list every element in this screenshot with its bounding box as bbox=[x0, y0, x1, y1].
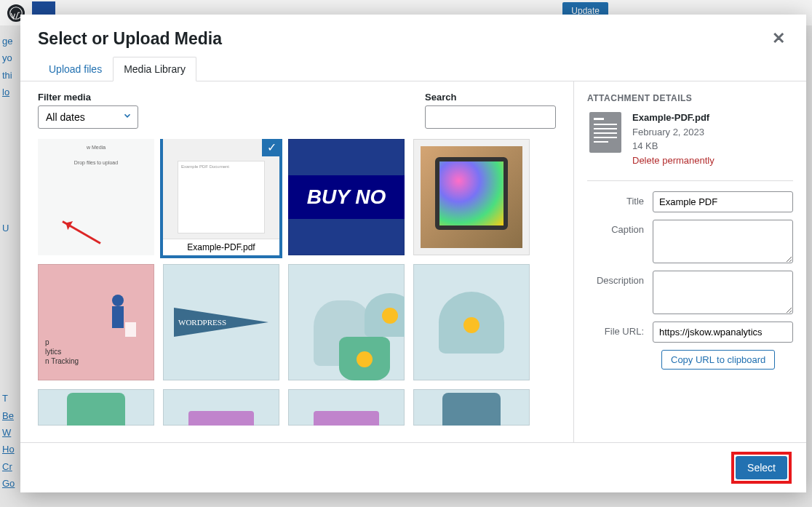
attachment-filename: Example-PDF.pdf bbox=[632, 111, 715, 125]
filter-row: Filter media All dates Search bbox=[38, 92, 556, 129]
caption-label: Caption bbox=[587, 220, 653, 263]
file-url-label: File URL: bbox=[587, 322, 653, 343]
media-thumb[interactable] bbox=[38, 389, 154, 426]
attachment-info: Example-PDF.pdf February 2, 2023 14 KB D… bbox=[587, 111, 793, 167]
svg-point-1 bbox=[112, 295, 124, 306]
tablet-image bbox=[421, 146, 522, 248]
media-thumb[interactable]: BUY NO bbox=[288, 139, 405, 255]
attachment-details-sidebar: ATTACHMENT DETAILS Example-PDF.pdf Febru… bbox=[573, 81, 806, 442]
close-icon[interactable]: ✕ bbox=[768, 29, 789, 48]
buy-now-banner: BUY NO bbox=[288, 175, 405, 219]
svg-rect-6 bbox=[594, 124, 617, 125]
attachment-fields: Title Caption Description File URL: Copy… bbox=[587, 180, 793, 370]
attachment-meta: Example-PDF.pdf February 2, 2023 14 KB D… bbox=[632, 111, 715, 167]
attachment-size: 14 KB bbox=[632, 139, 715, 153]
pennant-image: WORDPRESS bbox=[174, 308, 268, 337]
media-thumb[interactable] bbox=[163, 389, 279, 426]
svg-rect-10 bbox=[594, 141, 608, 143]
arrow-icon bbox=[62, 220, 100, 244]
document-icon bbox=[587, 111, 624, 154]
title-label: Title bbox=[587, 191, 653, 212]
caption-textarea[interactable] bbox=[653, 220, 793, 263]
svg-rect-3 bbox=[125, 322, 136, 337]
media-thumb[interactable]: WORDPRESS bbox=[163, 264, 279, 380]
delete-permanently-link[interactable]: Delete permanently bbox=[632, 155, 715, 166]
media-thumb[interactable] bbox=[288, 389, 405, 426]
checkmark-icon: ✓ bbox=[262, 139, 279, 156]
svg-rect-8 bbox=[594, 132, 617, 134]
select-button-highlight: Select bbox=[731, 452, 792, 484]
attachment-details-heading: ATTACHMENT DETAILS bbox=[587, 93, 793, 103]
media-thumb[interactable] bbox=[288, 264, 405, 380]
svg-rect-5 bbox=[594, 118, 604, 120]
description-textarea[interactable] bbox=[653, 271, 793, 314]
media-thumb[interactable] bbox=[413, 139, 530, 255]
modal-title: Select or Upload Media bbox=[38, 29, 222, 49]
filter-dates-select[interactable]: All dates bbox=[38, 105, 138, 129]
modal-footer: Select bbox=[20, 442, 806, 492]
modal-tabs: Upload files Media Library bbox=[20, 56, 806, 81]
select-button[interactable]: Select bbox=[736, 456, 787, 479]
search-label: Search bbox=[425, 92, 556, 103]
tab-media-library[interactable]: Media Library bbox=[113, 57, 196, 81]
media-grid: w MediaDrop files to upload Example PDF … bbox=[38, 139, 552, 426]
filter-media-label: Filter media bbox=[38, 92, 138, 103]
file-url-input[interactable] bbox=[653, 322, 793, 343]
svg-rect-9 bbox=[594, 137, 617, 138]
tab-upload-files[interactable]: Upload files bbox=[38, 57, 113, 81]
description-label: Description bbox=[587, 271, 653, 314]
media-modal: Select or Upload Media ✕ Upload files Me… bbox=[20, 15, 806, 492]
search-group: Search bbox=[425, 92, 556, 129]
document-icon: Example PDF Document bbox=[178, 161, 265, 233]
media-thumb-selected[interactable]: Example PDF Document Example-PDF.pdf ✓ bbox=[163, 139, 279, 255]
thumb-filename: Example-PDF.pdf bbox=[163, 239, 279, 255]
copy-url-button[interactable]: Copy URL to clipboard bbox=[661, 350, 775, 370]
svg-rect-2 bbox=[112, 306, 124, 328]
media-browser: Filter media All dates Search bbox=[20, 81, 573, 442]
filter-media-group: Filter media All dates bbox=[38, 92, 138, 129]
media-thumb[interactable] bbox=[413, 389, 530, 426]
media-thumb[interactable] bbox=[413, 264, 530, 380]
modal-header: Select or Upload Media ✕ bbox=[20, 15, 806, 56]
title-input[interactable] bbox=[653, 191, 793, 212]
media-thumb[interactable]: plyticsn Tracking bbox=[38, 264, 154, 380]
modal-body: Filter media All dates Search bbox=[20, 81, 806, 442]
media-thumb[interactable]: w MediaDrop files to upload bbox=[38, 139, 154, 255]
media-grid-scroll[interactable]: w MediaDrop files to upload Example PDF … bbox=[38, 139, 556, 442]
svg-rect-7 bbox=[594, 128, 617, 129]
attachment-date: February 2, 2023 bbox=[632, 125, 715, 140]
beanie-image bbox=[439, 292, 504, 354]
search-input[interactable] bbox=[425, 105, 556, 129]
